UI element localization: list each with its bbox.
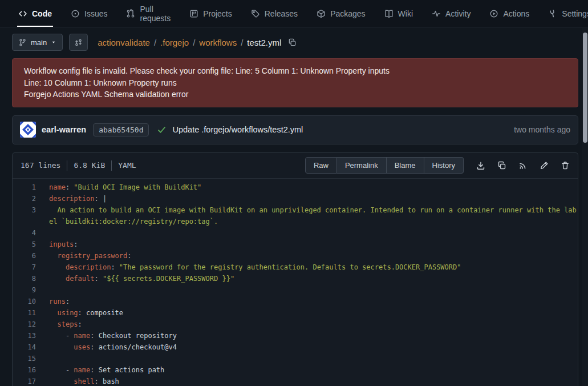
tab-label: Projects (203, 9, 232, 18)
line-number[interactable]: 15 (13, 353, 49, 364)
line-content: inputs: (49, 239, 577, 250)
line-number[interactable]: 11 (13, 307, 49, 319)
tab-packages[interactable]: Packages (315, 0, 366, 27)
branch-selector-button[interactable]: main (12, 34, 63, 51)
line-number[interactable]: 8 (13, 273, 49, 284)
tab-projects[interactable]: Projects (188, 0, 233, 27)
branch-name: main (31, 38, 47, 47)
tab-settings[interactable]: Settings (547, 0, 588, 27)
tab-label: Actions (503, 9, 529, 18)
tab-label: Code (32, 9, 52, 18)
commit-sha-button[interactable]: abab65450d (93, 123, 149, 136)
rss-icon[interactable] (518, 161, 528, 170)
tab-label: Packages (330, 9, 365, 18)
copy-icon[interactable] (497, 161, 506, 170)
file-icon-buttons (476, 161, 570, 170)
latest-commit-bar: earl-warren abab65450d Update .forgejo/w… (12, 115, 578, 144)
scrollbar-track[interactable] (582, 28, 588, 386)
line-number[interactable]: 6 (13, 250, 49, 262)
tab-issues[interactable]: Issues (70, 0, 108, 27)
line-number[interactable]: 9 (13, 284, 49, 296)
tab-wiki[interactable]: Wiki (383, 0, 414, 27)
code-line: 11 using: composite (13, 307, 578, 319)
file-actions: Raw Permalink Blame History (305, 157, 570, 174)
book-icon (384, 9, 394, 18)
tab-label: Settings (562, 9, 588, 18)
pull-request-icon (126, 9, 135, 18)
divider (67, 160, 67, 171)
line-content (49, 284, 577, 296)
workflow-error-banner: Workflow config file is invalid. Please … (12, 58, 578, 107)
line-number[interactable]: 5 (13, 239, 49, 250)
line-number[interactable]: 10 (13, 296, 49, 307)
play-circle-icon (489, 9, 498, 18)
code-line: 9 (13, 284, 578, 296)
commit-message[interactable]: Update .forgejo/workflows/test2.yml (172, 125, 303, 134)
tab-label: Pull requests (140, 5, 171, 23)
copy-path-icon[interactable] (288, 38, 297, 47)
permalink-button[interactable]: Permalink (337, 157, 387, 174)
line-number[interactable]: 13 (13, 330, 49, 341)
avatar[interactable] (20, 122, 36, 138)
line-number[interactable]: 4 (13, 227, 49, 239)
tab-activity[interactable]: Activity (431, 0, 472, 27)
code-line: 14 uses: actions/checkout@v4 (13, 341, 578, 353)
code-line: 15 (13, 353, 578, 364)
commit-time: two months ago (514, 125, 570, 134)
breadcrumb: actionvalidate / .forgejo / workflows / … (98, 38, 297, 47)
code-line: 7 description: "The password for the reg… (13, 262, 578, 273)
breadcrumb-separator: / (193, 38, 195, 47)
edit-icon[interactable] (540, 161, 549, 170)
line-number[interactable]: 2 (13, 193, 49, 204)
line-content (49, 353, 577, 364)
code-icon (18, 9, 27, 18)
breadcrumb-repo-link[interactable]: actionvalidate (98, 38, 150, 47)
code-line: 6 registry_password: (13, 250, 578, 262)
scrollbar-thumb[interactable] (583, 33, 587, 143)
line-number[interactable]: 17 (13, 376, 49, 386)
branch-bar: main actionvalidate / .forgejo / workflo… (12, 33, 578, 51)
tab-pull-requests[interactable]: Pull requests (125, 0, 172, 27)
main-content: main actionvalidate / .forgejo / workflo… (0, 33, 582, 386)
blame-button[interactable]: Blame (387, 157, 424, 174)
tab-code[interactable]: Code (17, 0, 53, 27)
error-line: Forgejo Actions YAML Schema validation e… (24, 89, 566, 100)
line-number[interactable]: 14 (13, 341, 49, 353)
file-view-panel: 167 lines 6.8 KiB YAML Raw Permalink Bla… (12, 152, 578, 386)
line-number[interactable]: 16 (13, 364, 49, 376)
breadcrumb-folder-link[interactable]: workflows (199, 38, 237, 47)
compare-button[interactable] (69, 34, 88, 51)
file-lines-count: 167 lines (21, 161, 60, 170)
issue-icon (71, 9, 80, 18)
breadcrumb-folder-link[interactable]: .forgejo (160, 38, 189, 47)
history-button[interactable]: History (424, 157, 464, 174)
code-line: 12 steps: (13, 319, 578, 330)
code-line: 10runs: (13, 296, 578, 307)
commit-author[interactable]: earl-warren (42, 125, 86, 134)
line-content: registry_password: (49, 250, 577, 262)
line-content: uses: actions/checkout@v4 (49, 341, 577, 353)
divider (111, 160, 112, 171)
raw-button[interactable]: Raw (305, 157, 337, 174)
tab-releases[interactable]: Releases (250, 0, 299, 27)
tab-label: Activity (445, 9, 471, 18)
line-content (49, 227, 577, 239)
line-content: description: | (49, 193, 577, 204)
line-number[interactable]: 12 (13, 319, 49, 330)
file-language: YAML (118, 161, 136, 170)
tab-actions[interactable]: Actions (488, 0, 530, 27)
line-number[interactable]: 7 (13, 262, 49, 273)
line-number[interactable]: 1 (13, 182, 49, 193)
code-line: 2description: | (13, 193, 578, 204)
tab-label: Issues (84, 9, 107, 18)
delete-icon[interactable] (561, 161, 570, 170)
check-icon (157, 125, 167, 135)
projects-icon (189, 9, 198, 18)
download-icon[interactable] (476, 161, 485, 170)
line-content: An action to build an OCI image with Bui… (49, 204, 577, 227)
line-content: steps: (49, 319, 577, 330)
code-line: 1name: "Build OCI Image with BuildKit" (13, 182, 578, 193)
line-number[interactable]: 3 (13, 204, 49, 227)
line-content: using: composite (49, 307, 577, 319)
line-content: name: "Build OCI Image with BuildKit" (49, 182, 577, 193)
